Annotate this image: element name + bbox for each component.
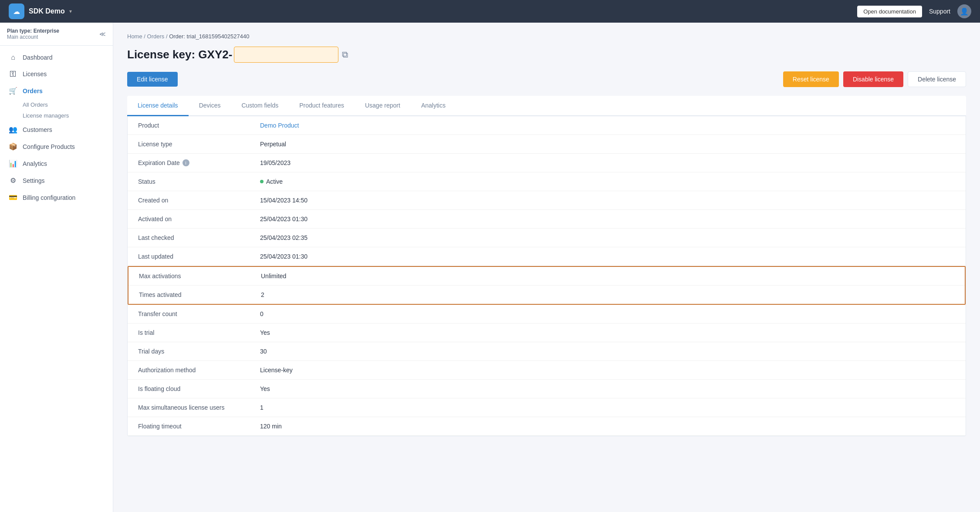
row-label-last-updated: Last updated — [138, 253, 260, 260]
reset-license-button[interactable]: Reset license — [783, 71, 839, 87]
row-label-auth-method: Authorization method — [138, 367, 260, 374]
table-row: Created on 15/04/2023 14:50 — [128, 191, 966, 210]
highlighted-group: Max activations Unlimited Times activate… — [128, 266, 966, 305]
table-row: Transfer count 0 — [128, 305, 966, 323]
row-value-expiration-date: 19/05/2023 — [260, 159, 291, 166]
avatar-icon: 👤 — [960, 7, 969, 16]
analytics-label: Analytics — [23, 160, 47, 167]
copy-icon: ⧉ — [342, 50, 348, 59]
cloud-icon: ☁ — [13, 7, 20, 16]
sidebar-subitem-all-orders[interactable]: All Orders — [23, 99, 113, 110]
topbar-actions: Open documentation Support 👤 — [857, 4, 971, 18]
orders-label: Orders — [23, 88, 43, 94]
table-row: Is trial Yes — [128, 323, 966, 342]
row-value-is-trial: Yes — [260, 329, 270, 336]
table-row: Product Demo Product — [128, 116, 966, 135]
row-value-last-checked: 25/04/2023 02:35 — [260, 234, 308, 241]
orders-icon: 🛒 — [9, 87, 17, 95]
row-value-trial-days: 30 — [260, 348, 267, 355]
table-row: Max simultaneous license users 1 — [128, 398, 966, 417]
row-value-auth-method: License-key — [260, 367, 293, 374]
table-row: Activated on 25/04/2023 01:30 — [128, 210, 966, 229]
row-value-activated-on: 25/04/2023 01:30 — [260, 216, 308, 222]
sidebar-item-customers[interactable]: 👥 Customers — [0, 121, 113, 138]
sidebar-item-orders[interactable]: 🛒 Orders — [0, 82, 113, 99]
row-label-activated-on: Activated on — [138, 216, 260, 222]
sidebar-account: Plan type: Enterprise Main account ≪ — [0, 23, 113, 46]
open-docs-button[interactable]: Open documentation — [857, 6, 922, 17]
configure-products-icon: 📦 — [9, 142, 17, 151]
row-value-license-type: Perpetual — [260, 141, 286, 148]
table-row: Last checked 25/04/2023 02:35 — [128, 229, 966, 247]
table-row: Status Active — [128, 172, 966, 191]
row-value-max-simultaneous: 1 — [260, 404, 264, 411]
settings-label: Settings — [23, 177, 45, 184]
breadcrumb-orders[interactable]: Orders — [147, 33, 165, 40]
content-area: Home / Orders / Order: trial_16815954025… — [113, 23, 980, 512]
billing-label: Billing configuration — [23, 194, 75, 201]
account-name: Main account — [7, 34, 59, 40]
tab-product-features[interactable]: Product features — [289, 96, 355, 116]
row-label-transfer-count: Transfer count — [138, 310, 260, 317]
tab-analytics[interactable]: Analytics — [411, 96, 456, 116]
row-value-times-activated: 2 — [261, 291, 264, 298]
sidebar-item-analytics[interactable]: 📊 Analytics — [0, 155, 113, 172]
sidebar-item-licenses[interactable]: ⚿ Licenses — [0, 66, 113, 82]
sidebar-orders-subnav: All Orders License managers — [0, 99, 113, 121]
row-label-floating-cloud: Is floating cloud — [138, 385, 260, 392]
sidebar-item-settings[interactable]: ⚙ Settings — [0, 172, 113, 189]
sidebar-item-dashboard[interactable]: ⌂ Dashboard — [0, 49, 113, 66]
row-value-product[interactable]: Demo Product — [260, 122, 299, 129]
tab-usage-report[interactable]: Usage report — [355, 96, 411, 116]
table-row: Trial days 30 — [128, 342, 966, 361]
sidebar-nav: ⌂ Dashboard ⚿ Licenses 🛒 Orders All Orde… — [0, 46, 113, 209]
disable-license-button[interactable]: Disable license — [843, 71, 903, 87]
logo-icon: ☁ — [9, 3, 24, 19]
tab-license-details[interactable]: License details — [127, 96, 189, 116]
info-icon[interactable]: i — [182, 159, 189, 166]
copy-button[interactable]: ⧉ — [340, 48, 350, 61]
table-row-max-activations: Max activations Unlimited — [128, 267, 965, 286]
plan-label: Plan type: Enterprise — [7, 28, 59, 34]
analytics-icon: 📊 — [9, 159, 17, 168]
row-label-license-type: License type — [138, 141, 260, 148]
row-label-status: Status — [138, 178, 260, 185]
tabs: License details Devices Custom fields Pr… — [127, 96, 966, 116]
table-row: Authorization method License-key — [128, 361, 966, 380]
row-value-last-updated: 25/04/2023 01:30 — [260, 253, 308, 260]
tab-custom-fields[interactable]: Custom fields — [231, 96, 289, 116]
app-name: SDK Demo — [29, 7, 65, 15]
row-value-status: Active — [260, 178, 283, 185]
customers-icon: 👥 — [9, 125, 17, 134]
settings-icon: ⚙ — [9, 176, 17, 185]
delete-license-button[interactable]: Delete license — [908, 71, 966, 87]
configure-products-label: Configure Products — [23, 143, 75, 150]
page-header: License key: GXY2- ⧉ — [127, 47, 966, 63]
support-link[interactable]: Support — [929, 8, 950, 15]
row-label-created-on: Created on — [138, 197, 260, 204]
topbar: ☁ SDK Demo ▾ Open documentation Support … — [0, 0, 980, 23]
row-label-product: Product — [138, 122, 260, 129]
sidebar-item-configure-products[interactable]: 📦 Configure Products — [0, 138, 113, 155]
row-value-max-activations: Unlimited — [261, 273, 286, 280]
user-avatar[interactable]: 👤 — [957, 4, 971, 18]
tab-devices[interactable]: Devices — [189, 96, 231, 116]
table-row-times-activated: Times activated 2 — [128, 286, 965, 304]
edit-license-button[interactable]: Edit license — [127, 72, 178, 87]
sidebar-item-billing[interactable]: 💳 Billing configuration — [0, 189, 113, 206]
row-label-expiration-date: Expiration Date i — [138, 159, 260, 166]
licenses-icon: ⚿ — [9, 70, 17, 78]
page-title: License key: GXY2- — [127, 48, 232, 61]
action-buttons-right: Reset license Disable license Delete lic… — [783, 71, 966, 87]
row-label-last-checked: Last checked — [138, 234, 260, 241]
sidebar: Plan type: Enterprise Main account ≪ ⌂ D… — [0, 23, 113, 512]
sidebar-subitem-license-managers[interactable]: License managers — [23, 110, 113, 121]
breadcrumb-home[interactable]: Home — [127, 33, 142, 40]
row-label-max-activations: Max activations — [139, 273, 261, 280]
dropdown-icon[interactable]: ▾ — [69, 8, 72, 14]
dashboard-label: Dashboard — [23, 54, 53, 61]
billing-icon: 💳 — [9, 193, 17, 202]
license-key-input[interactable] — [234, 47, 338, 63]
sidebar-collapse-btn[interactable]: ≪ — [99, 30, 106, 37]
action-bar: Edit license Reset license Disable licen… — [127, 71, 966, 87]
